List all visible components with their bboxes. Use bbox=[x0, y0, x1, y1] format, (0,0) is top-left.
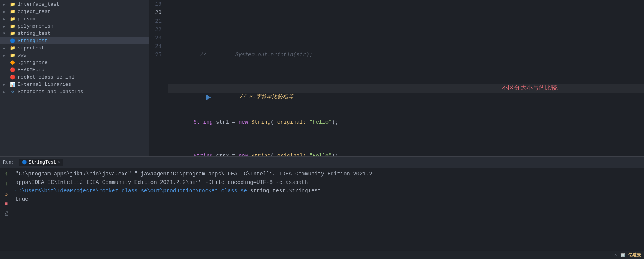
sidebar-item-supertest[interactable]: ▶ 📁 supertest bbox=[0, 44, 149, 52]
sidebar-item-www[interactable]: ▶ 📁 www bbox=[0, 52, 149, 59]
folder-icon: 📁 bbox=[9, 31, 16, 36]
sidebar-item-label: StringTest bbox=[18, 38, 47, 44]
line-numbers: 19 20 21 22 23 24 25 bbox=[149, 0, 165, 156]
sidebar-item-polymorphism[interactable]: ▶ 📁 polymorphism bbox=[0, 23, 149, 30]
line-num-20: 20 bbox=[152, 8, 162, 17]
arrow-icon: ▶ bbox=[3, 46, 9, 51]
sidebar-item-label: object_test bbox=[18, 9, 51, 15]
logo-text: 亿速云 bbox=[628, 253, 641, 257]
line-num-19: 19 bbox=[152, 0, 162, 8]
run-content: "C:\program apps\jdk17\bin\java.exe" "-j… bbox=[12, 168, 644, 251]
arrow-icon: ▶ bbox=[3, 90, 9, 94]
sidebar-item-label: External Libraries bbox=[18, 82, 71, 87]
sidebar-item-object_test[interactable]: ▶ 📁 object_test bbox=[0, 8, 149, 15]
iml-icon: 🔴 bbox=[9, 75, 16, 80]
java-icon: 🔵 bbox=[9, 38, 16, 44]
code-editor[interactable]: // System.out.println(str); // 3.字符串比较相等… bbox=[165, 0, 644, 156]
folder-icon: 📁 bbox=[9, 53, 16, 58]
run-line-2: apps\IDEA IC\IntelliJ IDEA Community Edi… bbox=[15, 178, 641, 187]
run-body: ↑ ↓ ↺ ■ 🖨 "C:\program apps\jdk17\bin\jav… bbox=[0, 168, 644, 251]
editor-content[interactable]: 19 20 21 22 23 24 25 // System.out.print… bbox=[149, 0, 644, 156]
run-print-button[interactable]: 🖨 bbox=[2, 210, 10, 218]
status-encoding: CS bbox=[612, 253, 617, 257]
encoding-label: CS bbox=[612, 253, 617, 257]
sidebar-item-readme[interactable]: 🔴 README.md bbox=[0, 66, 149, 74]
run-tab-icon: 🔵 bbox=[22, 160, 27, 165]
sidebar-item-interface_test[interactable]: ▶ 📁 interface_test bbox=[0, 1, 149, 8]
status-logo: 🏢 亿速云 bbox=[620, 252, 641, 258]
sidebar-item-label: string_test bbox=[18, 31, 51, 36]
sidebar-item-label: .gitignore bbox=[18, 60, 47, 66]
sidebar-item-string_test[interactable]: ▼ 📁 string_test bbox=[0, 30, 149, 37]
lib-icon: 📊 bbox=[9, 82, 16, 87]
folder-icon: 📁 bbox=[9, 46, 16, 51]
sidebar-item-label: person bbox=[18, 16, 36, 22]
run-up-button[interactable]: ↑ bbox=[2, 170, 10, 178]
sidebar-item-gitignore[interactable]: 🔶 .gitignore bbox=[0, 59, 149, 66]
arrow-icon: ▶ bbox=[3, 82, 9, 87]
sidebar-item-label: rocket_class_se.iml bbox=[18, 74, 74, 80]
folder-icon: 📁 bbox=[9, 24, 16, 29]
run-tab-stringtest[interactable]: 🔵 StringTest × bbox=[19, 159, 63, 166]
sidebar: ▶ 📁 interface_test ▶ 📁 object_test ▶ 📁 p… bbox=[0, 0, 149, 156]
main-area: ▶ 📁 interface_test ▶ 📁 object_test ▶ 📁 p… bbox=[0, 0, 644, 156]
folder-icon: 📁 bbox=[9, 2, 16, 7]
line-num-22: 22 bbox=[152, 25, 162, 34]
run-panel: Run: 🔵 StringTest × ↑ ↓ ↺ ■ 🖨 "C:\progra… bbox=[0, 156, 644, 251]
run-line-result: true bbox=[15, 195, 641, 203]
run-line-1: "C:\program apps\jdk17\bin\java.exe" "-j… bbox=[15, 170, 641, 178]
run-stop-button[interactable]: ■ bbox=[2, 200, 10, 208]
arrow-icon: ▶ bbox=[3, 17, 9, 21]
status-bar: CS 🏢 亿速云 bbox=[0, 251, 644, 259]
run-down-button[interactable]: ↓ bbox=[2, 180, 10, 188]
run-line-3: C:\Users\bit\IdeaProjects\rocket_class_s… bbox=[15, 187, 641, 195]
code-line-22: String str2 = new String( original: "Hel… bbox=[168, 152, 644, 156]
arrow-icon: ▼ bbox=[3, 31, 9, 36]
run-tab-label: StringTest bbox=[29, 160, 56, 165]
code-line-21: String str1 = new String( original: "hel… bbox=[168, 118, 644, 126]
folder-icon: 📁 bbox=[9, 9, 16, 15]
sidebar-item-scratches[interactable]: ▶ ⚙ Scratches and Consoles bbox=[0, 88, 149, 95]
sidebar-item-label: interface_test bbox=[18, 2, 59, 7]
scratch-icon: ⚙ bbox=[9, 89, 16, 95]
sidebar-item-StringTest[interactable]: 🔵 StringTest bbox=[0, 37, 149, 44]
sidebar-item-label: README.md bbox=[18, 67, 44, 73]
sidebar-item-iml[interactable]: 🔴 rocket_class_se.iml bbox=[0, 74, 149, 81]
line-num-25: 25 bbox=[152, 51, 162, 59]
sidebar-item-person[interactable]: ▶ 📁 person bbox=[0, 15, 149, 23]
code-line-19: // System.out.println(str); bbox=[168, 51, 644, 59]
line-num-24: 24 bbox=[152, 42, 162, 51]
code-line-20: // 3.字符串比较相等 bbox=[168, 84, 644, 93]
arrow-icon: ▶ bbox=[3, 2, 9, 7]
gitignore-icon: 🔶 bbox=[9, 60, 16, 66]
sidebar-item-label: Scratches and Consoles bbox=[18, 89, 83, 95]
bookmark-icon bbox=[206, 95, 211, 100]
run-tabs: Run: 🔵 StringTest × bbox=[0, 157, 644, 168]
editor: 19 20 21 22 23 24 25 // System.out.print… bbox=[149, 0, 644, 156]
run-link[interactable]: C:\Users\bit\IdeaProjects\rocket_class_s… bbox=[15, 188, 247, 194]
sidebar-item-label: www bbox=[18, 52, 26, 58]
sidebar-item-label: supertest bbox=[18, 45, 44, 51]
run-gutter: ↑ ↓ ↺ ■ 🖨 bbox=[0, 168, 12, 251]
run-reload-button[interactable]: ↺ bbox=[2, 190, 10, 198]
sidebar-item-label: polymorphism bbox=[18, 23, 54, 29]
text-cursor bbox=[294, 94, 294, 100]
md-icon: 🔴 bbox=[9, 67, 16, 73]
arrow-icon: ▶ bbox=[3, 53, 9, 58]
arrow-icon: ▶ bbox=[3, 24, 9, 29]
sidebar-item-ext-lib[interactable]: ▶ 📊 External Libraries bbox=[0, 81, 149, 88]
line-num-23: 23 bbox=[152, 34, 162, 42]
line-num-21: 21 bbox=[152, 17, 162, 25]
run-tab-close[interactable]: × bbox=[58, 160, 60, 164]
arrow-icon: ▶ bbox=[3, 10, 9, 14]
run-label: Run: bbox=[3, 160, 14, 165]
folder-icon: 📁 bbox=[9, 16, 16, 22]
